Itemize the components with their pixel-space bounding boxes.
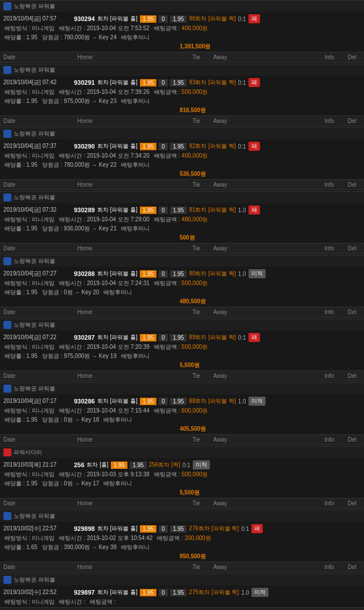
result-row: 816,500원 xyxy=(3,105,361,114)
rate-label: 배당률 : 1.95 xyxy=(5,161,38,169)
result-row: 405,500원 xyxy=(3,424,361,433)
col-date: Date xyxy=(3,245,77,252)
bet-amount-label: 배팅금액 : 200,000원 xyxy=(157,534,213,542)
win-amount-label: 당첨금 : 780,000원 → Key 24 xyxy=(42,34,117,42)
hit-label: 92회차 [파워볼 짝] xyxy=(189,142,235,150)
col-tie: Tie xyxy=(179,436,213,443)
col-del: Del xyxy=(344,118,361,124)
detail-row-1: 배팅방식 : 미니게임 배팅시간 : 2019-10-03 오후 9:13:38… xyxy=(3,469,361,479)
bet-date: 2019/10/04[금] 07:22 xyxy=(3,333,72,341)
bet-status: 패 xyxy=(249,142,260,151)
col-tie: Tie xyxy=(179,309,213,315)
odds-away: 1.95 xyxy=(170,79,187,86)
bet-time-label: 배팅시간 : xyxy=(59,598,85,606)
col-info: Info xyxy=(315,436,344,443)
odds-away: 1.95 xyxy=(170,270,187,278)
col-away: Away xyxy=(213,182,315,188)
win-amount-label: 당첨금 : 975,000원 → Key 19 xyxy=(42,352,117,360)
hit-label: 93회차 [파워볼 짝] xyxy=(189,79,235,86)
win-amount-label: 당첨금 : 936,000원 → Key 21 xyxy=(42,225,117,233)
tie-value: 0 xyxy=(159,334,168,341)
multi-label: 배팅후머니 xyxy=(121,543,150,551)
detail-row-1: 배팅방식 : 미니게임 배팅시간 : 2019-10-04 오전 7:34:20… xyxy=(3,151,361,160)
section-title: 노랑복권 파워볼 xyxy=(14,2,55,10)
section-title: 노랑복권 파워볼 xyxy=(14,321,55,329)
ratio: 0:1 xyxy=(238,335,246,341)
odds-home: 1.95 xyxy=(140,270,156,278)
multi-label: 배팅후머니 xyxy=(121,161,150,169)
col-tie: Tie xyxy=(179,564,213,570)
section-logo xyxy=(3,321,11,329)
col-home: Home xyxy=(77,564,179,570)
col-date: Date xyxy=(3,309,77,315)
ratio: 0:1 xyxy=(183,462,191,468)
detail-row-2: 배당률 : 1.95 당첨금 : 975,000원 → Key 19 배팅후머니 xyxy=(3,351,361,360)
bet-date: 2019/10/04[금] 07:32 xyxy=(3,206,72,214)
svg-point-5 xyxy=(5,322,10,328)
result-spacer xyxy=(5,553,175,560)
odds-home: 1.95 xyxy=(140,15,156,23)
bet-description: 회차 [파워볼 홀] xyxy=(97,333,138,341)
bet-id: 930294 xyxy=(74,15,95,22)
column-header-row: Date Home Tie Away Info Del xyxy=(0,307,364,318)
col-tie: Tie xyxy=(179,245,213,252)
app-container: 노랑복권 파워볼2019/10/04[금] 07:57930294회차 [파워볼… xyxy=(0,0,364,610)
section-logo xyxy=(3,576,11,584)
col-del: Del xyxy=(344,182,361,188)
odds-away: 1.95 xyxy=(130,461,146,469)
bet-main-row: 2019/10/04[금] 07:37930290회차 [파워볼 홀]1.950… xyxy=(3,142,361,151)
multi-label: 배팅후머니 xyxy=(121,352,150,360)
section-logo xyxy=(3,2,11,10)
bet-time-label: 배팅시간 : 2019-10-04 오전 7:29:00 xyxy=(59,216,149,224)
rate-label: 배당률 : 1.95 xyxy=(5,288,38,296)
bet-id: 930291 xyxy=(74,79,95,86)
ratio: 0:1 xyxy=(241,526,249,532)
bet-status: 미적 xyxy=(249,269,266,278)
hit-label: 91회차 [파워볼 짝] xyxy=(189,206,235,214)
method-label: 배팅방식 : 미니게임 xyxy=(5,534,55,542)
result-amount: 480,500원 xyxy=(180,298,206,306)
hit-label: 276회차 [파워볼 짝] xyxy=(189,525,239,533)
method-label: 배팅방식 : 미니게임 xyxy=(5,407,55,415)
tie-value: 0 xyxy=(159,207,168,214)
col-del: Del xyxy=(344,54,361,60)
result-amount: 536,500원 xyxy=(180,170,206,178)
bet-section: 노랑복권 파워볼2019/10/04[금] 07:32930289회차 [파워볼… xyxy=(0,191,364,254)
col-del: Del xyxy=(344,245,361,252)
bet-status: 패 xyxy=(249,333,260,342)
col-date: Date xyxy=(3,436,77,443)
section-header: 노랑복권 파워볼 xyxy=(0,191,364,203)
bet-time-label: 배팅시간 : 2019-10-03 오후 9:13:38 xyxy=(59,471,149,479)
col-info: Info xyxy=(315,245,344,252)
col-home: Home xyxy=(77,373,179,379)
bet-amount-label: 배팅금액 : 500,000원 xyxy=(154,279,210,287)
bet-id: 256 xyxy=(74,461,84,468)
ratio: 0:1 xyxy=(238,80,246,86)
bet-section: 노랑복권 파워볼2019/10/04[금] 07:57930294회차 [파워볼… xyxy=(0,0,364,63)
col-del: Del xyxy=(344,436,361,443)
col-info: Info xyxy=(315,373,344,379)
section-title: 노랑복권 파워볼 xyxy=(14,193,55,201)
method-label: 배팅방식 : 미니게임 xyxy=(5,343,55,351)
col-tie: Tie xyxy=(179,373,213,379)
detail-row-2: 배당률 : 1.95 당첨금 : 780,000원 → Key 22 배팅후머니 xyxy=(3,160,361,169)
result-row: 1,391,500원 xyxy=(3,42,361,51)
result-spacer xyxy=(5,425,175,433)
col-date: Date xyxy=(3,182,77,188)
svg-point-2 xyxy=(5,131,10,137)
bet-main-row: 2019/10/04[금] 07:42930291회차 [파워볼 홀]1.950… xyxy=(3,78,361,87)
result-row: 5,500원 xyxy=(3,360,361,369)
tie-value: 0 xyxy=(159,398,168,405)
odds-away: 1.95 xyxy=(170,589,187,596)
multi-label: 배팅후머니 xyxy=(104,288,132,296)
bet-time-label: 배팅시간 : 2019-10-04 오전 7:34:20 xyxy=(59,152,149,160)
svg-point-9 xyxy=(5,577,10,583)
col-info: Info xyxy=(315,182,344,188)
col-home: Home xyxy=(77,182,179,188)
hit-label: 256회차 [짝] xyxy=(149,461,180,469)
bet-section: 노랑복권 파워볼2019/10/04[금] 07:42930291회차 [파워볼… xyxy=(0,64,364,126)
result-spacer xyxy=(5,298,175,306)
bet-row: 2019/10/02[수] 22:52929897회차 [파워볼 홀]1.950… xyxy=(0,586,364,607)
section-logo xyxy=(3,193,11,201)
bet-date: 2019/10/04[금] 07:37 xyxy=(3,142,72,150)
